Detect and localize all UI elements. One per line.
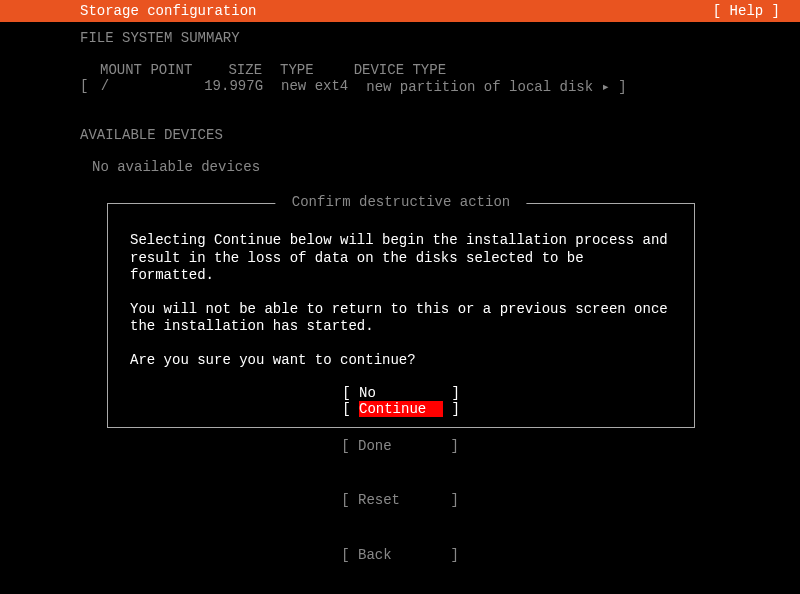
available-devices-header: AVAILABLE DEVICES (0, 127, 800, 143)
main-content: FILE SYSTEM SUMMARY MOUNT POINTSIZETYPED… (0, 22, 800, 175)
reset-button[interactable]: [ Reset ] (0, 491, 800, 509)
dialog-content: Selecting Continue below will begin the … (108, 204, 694, 429)
table-header-row: MOUNT POINTSIZETYPEDEVICE TYPE (80, 62, 800, 78)
row-open-bracket: [ (80, 78, 97, 95)
col-type: TYPE (280, 62, 314, 78)
done-button[interactable]: [ Done ] (0, 437, 800, 455)
col-device-type: DEVICE TYPE (354, 62, 446, 78)
cell-device-type: new partition of local disk ▸ ] (366, 78, 626, 95)
file-system-table: MOUNT POINTSIZETYPEDEVICE TYPE [ /19.997… (0, 62, 800, 95)
dialog-paragraph-3: Are you sure you want to continue? (130, 352, 672, 370)
page-title: Storage configuration (80, 3, 256, 19)
col-size: SIZE (228, 62, 262, 78)
back-button[interactable]: [ Back ] (0, 546, 800, 564)
titlebar: Storage configuration [ Help ] (0, 0, 800, 22)
cell-size: 19.997G (204, 78, 263, 95)
col-mount-point: MOUNT POINT (100, 62, 192, 78)
dialog-title: Confirm destructive action (275, 194, 526, 210)
no-button[interactable]: [ No ] (130, 385, 672, 401)
no-available-devices-text: No available devices (0, 159, 800, 175)
confirm-dialog: Confirm destructive action Selecting Con… (107, 203, 695, 428)
cell-mount-point: / (101, 78, 109, 95)
help-button[interactable]: [ Help ] (713, 3, 780, 19)
file-system-summary-header: FILE SYSTEM SUMMARY (0, 30, 800, 46)
bottom-buttons: [ Done ] [ Reset ] [ Back ] (0, 400, 800, 582)
cell-type: new ext4 (281, 78, 348, 95)
table-row[interactable]: [ /19.997Gnew ext4new partition of local… (80, 78, 800, 95)
dialog-paragraph-1: Selecting Continue below will begin the … (130, 232, 672, 285)
dialog-paragraph-2: You will not be able to return to this o… (130, 301, 672, 336)
